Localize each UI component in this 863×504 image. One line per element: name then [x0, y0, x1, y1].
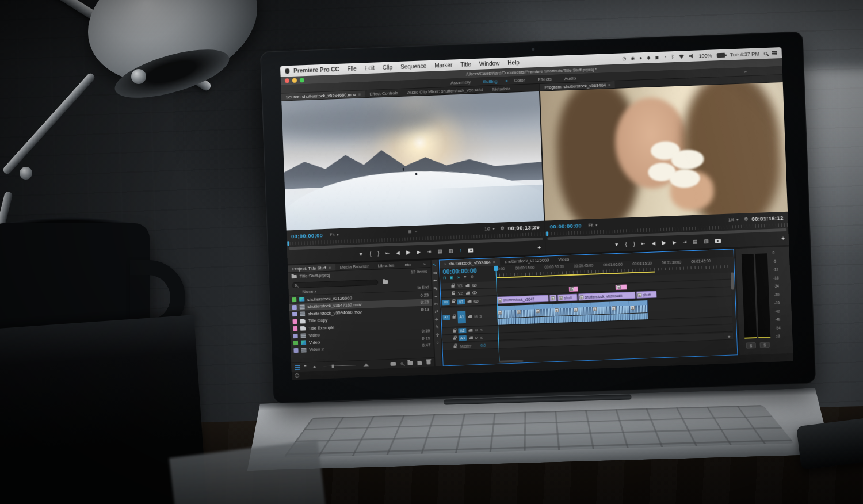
linked-selection-icon[interactable]: ∞ [457, 275, 460, 280]
track-output-eye-icon[interactable] [472, 291, 477, 294]
chevron-down-icon[interactable]: ▾ [736, 217, 738, 222]
source-video-preview[interactable] [281, 91, 544, 231]
audio-segment[interactable]: fx [554, 303, 573, 323]
fit-tracks-icon[interactable]: ◂▸ [727, 334, 731, 338]
tab-metadata[interactable]: Metadata [488, 85, 515, 93]
label-chip[interactable] [292, 319, 297, 324]
audio-segment[interactable]: fx [630, 300, 648, 320]
step-back-button[interactable]: ◀ [651, 240, 655, 246]
video-clip[interactable]: fxshutt [636, 291, 656, 298]
workspace-color[interactable]: Color [514, 77, 525, 83]
icon-view-button[interactable] [304, 365, 308, 369]
tab-libraries[interactable]: Libraries [373, 261, 399, 269]
master-gain-value[interactable]: 0.0 [480, 343, 486, 348]
sync-lock-icon[interactable] [465, 284, 469, 287]
mute-button[interactable]: M [475, 336, 478, 339]
solo-button[interactable]: S [480, 335, 483, 339]
audio-segment[interactable]: fx [516, 304, 535, 324]
search-in-bin-icon[interactable] [383, 280, 388, 283]
zoom-tool[interactable]: ○ [436, 340, 439, 345]
menu-sequence[interactable]: Sequence [400, 63, 426, 70]
label-chip[interactable] [293, 334, 297, 338]
close-icon[interactable]: × [444, 261, 447, 266]
insert-button[interactable]: ▤ [437, 249, 442, 254]
automate-sequence-icon[interactable] [390, 362, 396, 365]
menu-file[interactable]: File [348, 66, 357, 72]
tab-info[interactable]: Info [399, 261, 415, 268]
title-clip[interactable]: fx [616, 284, 627, 290]
timeline-horizontal-scrollbar[interactable] [499, 360, 523, 363]
lock-icon[interactable] [452, 316, 455, 318]
panel-menu-icon[interactable]: ≡ [329, 266, 331, 270]
lock-icon[interactable] [453, 345, 456, 348]
status-app-icon[interactable]: ● [639, 55, 642, 60]
mark-out-button[interactable]: } [377, 251, 379, 256]
lock-icon[interactable] [453, 337, 456, 339]
solo-right-button[interactable]: S [760, 342, 770, 348]
timeline-current-timecode[interactable]: 00:00:00:00 [442, 267, 477, 275]
audio-segment[interactable]: fx [592, 301, 611, 321]
play-button[interactable]: ▶ [406, 249, 411, 255]
snap-icon[interactable]: ⊓ [443, 276, 446, 280]
workspace-editing[interactable]: Editing [483, 78, 498, 84]
lift-button[interactable]: ▤ [693, 239, 697, 244]
clock-icon[interactable]: ◔ [664, 54, 667, 59]
spotlight-search-icon[interactable] [764, 51, 767, 55]
solo-left-button[interactable]: S [746, 342, 756, 349]
play-button[interactable]: ▶ [662, 240, 666, 246]
button-editor-icon[interactable]: + [537, 244, 541, 250]
delete-icon[interactable] [426, 360, 430, 364]
workspace-menu-icon[interactable]: ≡ [505, 78, 507, 82]
title-clip[interactable]: fx [569, 287, 578, 292]
menu-window[interactable]: Window [479, 60, 500, 67]
ripple-edit-tool[interactable]: ⇤ [433, 278, 437, 283]
camera-icon[interactable] [715, 239, 720, 243]
program-video-preview[interactable] [540, 82, 788, 221]
wifi-icon[interactable] [678, 54, 684, 59]
project-file-name[interactable]: Title Stuff.prproj [300, 273, 330, 279]
video-clip[interactable]: fx [549, 295, 556, 301]
slide-tool[interactable]: ✛ [435, 316, 439, 322]
lock-icon[interactable] [452, 292, 455, 295]
thumbnail-zoom-slider[interactable] [324, 365, 356, 366]
track-target-a2[interactable]: A2 [458, 328, 466, 334]
program-settings-icon[interactable]: ⚙ [744, 216, 749, 222]
volume-icon[interactable] [689, 54, 694, 58]
label-chip[interactable] [293, 348, 298, 353]
mark-in-button[interactable]: { [625, 242, 627, 247]
workspace-overflow-icon[interactable]: » [744, 69, 747, 74]
lock-icon[interactable] [451, 285, 454, 287]
airplay-icon[interactable]: ▣ [655, 55, 659, 60]
video-clip[interactable]: fxshutterstock_v6208448 [578, 292, 635, 301]
menubar-clock[interactable]: Tue 4:37 PM [730, 51, 759, 58]
track-target-a1[interactable]: A1 [457, 310, 466, 323]
chevron-down-icon[interactable]: ▾ [595, 223, 597, 227]
track-label[interactable]: V3 [456, 284, 463, 288]
source-patch-v1[interactable]: V1 [442, 299, 449, 304]
program-playback-resolution[interactable]: 1/4 [728, 217, 735, 222]
camera-icon[interactable] [468, 248, 473, 252]
drag-audio-icon[interactable]: ≈ [415, 229, 417, 233]
track-select-tool[interactable]: ⇉ [433, 270, 437, 275]
goto-out-button[interactable]: ⇥ [427, 249, 431, 254]
master-track-label[interactable]: Master [459, 344, 472, 349]
mute-button[interactable]: M [474, 315, 477, 318]
lock-icon[interactable] [453, 330, 456, 332]
tab-effect-controls[interactable]: Effect Controls [365, 89, 402, 97]
zoom-in-icon[interactable] [363, 363, 369, 366]
source-settings-icon[interactable]: ⚙ [500, 226, 505, 231]
slip-tool[interactable]: ⇄ [434, 309, 438, 314]
lock-icon[interactable] [452, 301, 455, 303]
track-label[interactable]: V2 [457, 291, 464, 295]
label-chip[interactable] [293, 326, 297, 331]
program-playhead[interactable] [546, 231, 548, 236]
overwrite-button[interactable]: ▥ [448, 248, 453, 253]
sync-lock-icon[interactable] [467, 300, 471, 303]
drag-video-icon[interactable]: ▦ [408, 229, 411, 234]
timeline-vertical-scrollbar[interactable] [731, 272, 734, 289]
rate-stretch-tool[interactable]: ↔ [434, 293, 438, 299]
source-playback-resolution[interactable]: 1/2 [484, 226, 491, 231]
chevron-down-icon[interactable]: ▾ [337, 232, 338, 236]
new-item-icon[interactable] [417, 360, 422, 365]
hand-tool[interactable]: ✣ [436, 332, 440, 337]
